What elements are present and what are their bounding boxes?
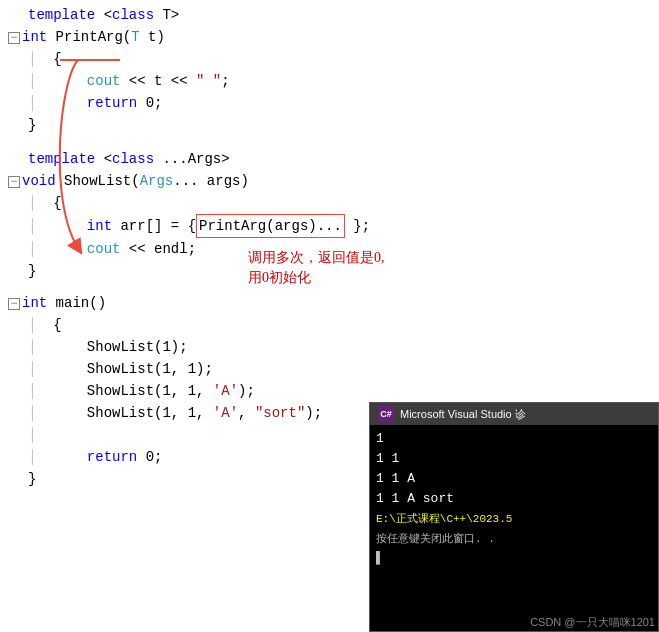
fn-name: PrintArg( [47,26,131,48]
string-literal: " " [196,70,221,92]
type-args: Args [140,170,174,192]
brace: { [53,314,61,336]
keyword-class: class [112,4,154,26]
keyword-cout: cout [87,238,121,260]
code-line: │ ShowList (1, 1, 'A' ); [0,380,659,402]
code-text: (1, 1, [154,402,213,424]
brace: { [53,48,61,70]
code-text [53,402,87,424]
char-literal: 'A' [213,380,238,402]
annotation-line1: 调用多次，返回值是0, [248,250,385,265]
code-text [53,215,87,237]
code-line: − int PrintArg( T t) [0,26,659,48]
code-text: arr[] = { [112,215,196,237]
vline: │ [28,380,53,402]
vline: │ [28,48,53,70]
code-text [53,446,87,468]
code-text: ); [238,380,255,402]
code-line: │ return 0; [0,92,659,114]
punct: > [221,148,229,170]
code-text [53,70,87,92]
code-text: (1, 1, [154,380,213,402]
code-line: template < class T > [0,4,659,26]
fn-param: t) [140,26,165,48]
code-line: │ { [0,48,659,70]
fn-call: ShowList [87,358,154,380]
terminal-content: 1 1 1 1 1 A 1 1 A sort E:\正式课程\C++\2023.… [370,425,658,631]
keyword-cout: cout [87,70,121,92]
fn-call: PrintArg [199,218,266,234]
fn-name: ShowList( [56,170,140,192]
csdn-watermark: CSDN @一只大喵咪1201 [530,615,655,630]
vline: │ [28,238,53,260]
type-T: T [131,26,139,48]
code-line: │ { [0,192,659,214]
term-line: 1 1 A sort [376,489,652,509]
keyword-int: int [22,292,47,314]
vline: │ [28,358,53,380]
char-literal: 'A' [213,402,238,424]
code-text: 0; [137,446,162,468]
term-path: E:\正式课程\C++\2023.5 [376,509,652,529]
type-param: ...Args [154,148,221,170]
code-text [53,358,87,380]
vline: │ [28,314,53,336]
code-text [53,380,87,402]
code-line: │ ShowList (1); [0,336,659,358]
term-line: 1 1 A [376,469,652,489]
fn-call: ShowList [87,402,154,424]
vline: │ [28,92,53,114]
brace: } [28,114,36,136]
code-line: │ { [0,314,659,336]
terminal-title: Microsoft Visual Studio 诊 [400,407,526,422]
fn-call: ShowList [87,336,154,358]
code-line: │ ShowList (1, 1); [0,358,659,380]
string-literal: "sort" [255,402,305,424]
code-line: template < class ...Args > [0,148,659,170]
vline: │ [28,336,53,358]
fn-call: ShowList [87,380,154,402]
code-text: << endl; [120,238,196,260]
highlighted-call: PrintArg(args)... [196,214,345,238]
punct: < [104,148,112,170]
code-text: (1, 1); [154,358,213,380]
keyword-int: int [22,26,47,48]
code-text: ); [305,402,322,424]
vline: │ [28,192,53,214]
keyword-void: void [22,170,56,192]
code-text: (1); [154,336,188,358]
code-text: }; [345,215,370,237]
vline: │ [28,402,53,424]
brace: { [53,192,61,214]
keyword-return: return [87,446,137,468]
keyword-template: template [28,148,104,170]
vline: │ [28,215,53,237]
code-line: │ int arr[] = { PrintArg(args)... }; [0,214,659,238]
code-text [53,336,87,358]
collapse-marker[interactable]: − [8,298,20,310]
brace: } [28,260,36,282]
keyword-return: return [87,92,137,114]
collapse-marker[interactable]: − [8,176,20,188]
fn-param: ... args) [173,170,249,192]
terminal-window: C# Microsoft Visual Studio 诊 1 1 1 1 1 A… [369,402,659,632]
fn-name: main() [47,292,106,314]
annotation-box: 调用多次，返回值是0, 用0初始化 [248,248,385,287]
code-text: 0; [137,92,162,114]
keyword-int: int [87,215,112,237]
vline: │ [28,424,53,446]
code-text [53,92,87,114]
term-line: 1 [376,429,652,449]
term-cursor: ▌ [376,549,652,569]
code-line: − void ShowList( Args ... args) [0,170,659,192]
code-text: << t << [120,70,196,92]
terminal-titlebar: C# Microsoft Visual Studio 诊 [370,403,658,425]
code-text: ; [221,70,229,92]
spacer [0,136,659,148]
code-line: │ cout << t << " " ; [0,70,659,92]
annotation-line2: 用0初始化 [248,270,311,285]
brace: } [28,468,36,490]
term-line: 1 1 [376,449,652,469]
collapse-marker[interactable]: − [8,32,20,44]
term-prompt: 按任意键关闭此窗口. . [376,529,652,549]
